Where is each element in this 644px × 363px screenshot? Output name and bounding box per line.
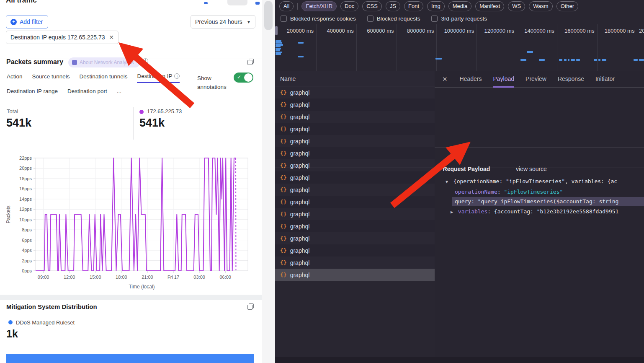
timeline-tick-label: 400000 ms	[308, 28, 354, 34]
filter-pill-js[interactable]: JS	[386, 1, 400, 11]
filter-pill-other[interactable]: Other	[556, 1, 579, 11]
checkbox-3rd-party-requests[interactable]: 3rd-party requests	[431, 16, 487, 22]
view-source-link[interactable]: view source	[516, 166, 547, 172]
network-request-row[interactable]: {}graphql	[275, 257, 435, 269]
expand-card-icon[interactable]	[247, 59, 254, 65]
request-timing-marker	[559, 59, 562, 61]
filter-pill-doc[interactable]: Doc	[340, 1, 358, 11]
checkbox-icon[interactable]	[281, 16, 287, 22]
detail-tab-initiator[interactable]: Initiator	[595, 71, 615, 88]
svg-text:Packets: Packets	[5, 205, 11, 223]
svg-text:Time (local): Time (local)	[129, 284, 155, 290]
add-filter-button[interactable]: + Add filter	[6, 15, 48, 29]
time-range-dropdown[interactable]: Previous 24 hours ▼	[191, 15, 255, 29]
network-request-row[interactable]: {}graphql	[275, 208, 435, 220]
network-request-row[interactable]: {}graphql	[275, 232, 435, 244]
network-request-row[interactable]: {}graphql	[275, 244, 435, 257]
filter-pill-css[interactable]: CSS	[362, 1, 382, 11]
tab-destination-port[interactable]: Destination port	[67, 88, 107, 94]
request-name: graphql	[290, 247, 310, 254]
network-request-row[interactable]: {}graphql	[275, 86, 435, 99]
request-timing-marker	[568, 59, 569, 61]
svg-text:12pps: 12pps	[19, 207, 32, 212]
filter-pill-ws[interactable]: WS	[508, 1, 525, 11]
request-timing-marker	[276, 46, 281, 47]
filter-pill-wasm[interactable]: Wasm	[529, 1, 552, 11]
checkbox-blocked-requests[interactable]: Blocked requests	[367, 16, 420, 22]
filter-pill-all[interactable]: All	[279, 1, 294, 11]
svg-text:4pps: 4pps	[22, 248, 32, 253]
timeline-tick-label: 1200000 ms	[468, 28, 514, 34]
request-timing-marker	[598, 59, 600, 61]
network-request-row[interactable]: {}graphql	[275, 123, 435, 135]
request-name: graphql	[290, 259, 310, 266]
network-request-row[interactable]: {}graphql	[275, 111, 435, 123]
tab-action[interactable]: Action	[7, 73, 23, 83]
check-icon: ✓	[237, 74, 241, 80]
scrollbar-thumb[interactable]	[264, 1, 273, 30]
network-request-row[interactable]: {}graphql	[275, 171, 435, 184]
request-name: graphql	[290, 199, 310, 205]
svg-text:18pps: 18pps	[19, 176, 32, 181]
more-tabs-button[interactable]: ...	[117, 88, 121, 94]
network-request-row[interactable]: {}graphql	[275, 184, 435, 196]
scrollbar-track[interactable]	[262, 0, 276, 363]
detail-tabs-bar: ✕ HeadersPayloadPreviewResponseInitiator	[435, 71, 644, 88]
json-request-icon: {}	[280, 272, 287, 278]
svg-text:8pps: 8pps	[22, 227, 32, 232]
request-name: graphql	[290, 174, 310, 181]
json-request-icon: {}	[280, 259, 287, 266]
network-overview-timeline[interactable]: 200000 ms400000 ms600000 ms800000 ms1000…	[275, 24, 644, 71]
filter-pill-fetch-xhr[interactable]: Fetch/XHR	[301, 1, 337, 11]
request-name: graphql	[290, 211, 310, 218]
json-request-icon: {}	[280, 174, 287, 181]
tab-source-tunnels[interactable]: Source tunnels	[32, 73, 70, 83]
network-request-row[interactable]: {}graphql	[275, 220, 435, 232]
svg-text:10pps: 10pps	[19, 217, 32, 222]
svg-text:14pps: 14pps	[19, 197, 32, 202]
detail-tab-preview[interactable]: Preview	[526, 71, 546, 88]
checkbox-icon[interactable]	[431, 16, 438, 22]
network-request-row[interactable]: {}graphql	[275, 269, 435, 281]
tab-destination-ip-range[interactable]: Destination IP range	[7, 88, 58, 94]
filter-pill-manifest[interactable]: Manifest	[475, 1, 504, 11]
about-network-analytics-badge: About Network Analytics	[68, 57, 140, 67]
request-timing-marker	[564, 59, 567, 61]
network-request-row[interactable]: {}graphql	[275, 135, 435, 147]
filter-chip[interactable]: Destination IP equals 172.65.225.73 ✕	[6, 31, 118, 44]
network-request-row[interactable]: {}graphql	[275, 147, 435, 159]
detail-tab-payload[interactable]: Payload	[493, 71, 515, 88]
checkbox-blocked-response-cookies[interactable]: Blocked response cookies	[281, 16, 356, 22]
request-timing-marker	[298, 42, 304, 44]
payload-variables-row[interactable]: ▶ variables: {accountTag: "b12e3b2192ee5…	[435, 207, 644, 216]
network-request-row[interactable]: {}graphql	[275, 159, 435, 171]
request-timing-marker	[276, 53, 281, 55]
request-timing-marker	[520, 59, 526, 61]
request-name: graphql	[290, 138, 310, 145]
series-dot	[139, 110, 144, 114]
network-request-row[interactable]: {}graphql	[275, 99, 435, 111]
tab-destination-ip[interactable]: Destination IPi	[137, 73, 180, 83]
close-icon[interactable]: ✕	[442, 75, 448, 83]
checkbox-icon[interactable]	[367, 16, 374, 22]
remove-filter-icon[interactable]: ✕	[109, 34, 114, 41]
mitigation-bar	[6, 354, 254, 363]
detail-tab-headers[interactable]: Headers	[460, 71, 482, 88]
network-request-row[interactable]: {}graphql	[275, 196, 435, 208]
timeline-tick-label: 800000 ms	[388, 28, 434, 34]
total-value: 541k	[6, 117, 31, 130]
filter-pill-font[interactable]: Font	[404, 1, 423, 11]
detail-tab-response[interactable]: Response	[558, 71, 584, 88]
expand-card-icon[interactable]	[247, 303, 254, 310]
filter-pill-media[interactable]: Media	[448, 1, 471, 11]
tab-destination-tunnels[interactable]: Destination tunnels	[80, 73, 128, 83]
cutoff-control-icon	[204, 2, 208, 4]
legend-dot	[8, 320, 13, 324]
request-payload-section[interactable]: ▼ Request Payload view source	[435, 164, 644, 174]
plus-icon: +	[10, 19, 17, 25]
payload-summary-row[interactable]: ▼ {operationName: "ipFlowTimeseries", va…	[435, 177, 644, 186]
show-annotations-toggle[interactable]: ✓	[234, 73, 253, 83]
name-column-header[interactable]: Name	[275, 71, 435, 86]
filter-pill-img[interactable]: Img	[427, 1, 445, 11]
divider	[435, 148, 644, 148]
